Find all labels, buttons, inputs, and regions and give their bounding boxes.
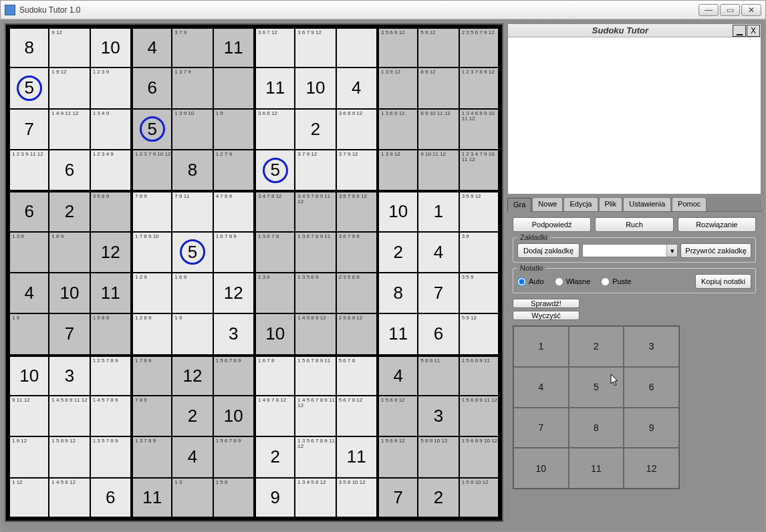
cell-r9-c8[interactable]: 5 6 7 8 12: [336, 396, 377, 436]
tab-edycja[interactable]: Edycja: [563, 197, 598, 211]
cell-r2-c6[interactable]: 3 6 8 12: [254, 109, 295, 150]
cell-r1-c8[interactable]: 4: [336, 68, 377, 108]
cell-r4-c1[interactable]: 2: [49, 190, 90, 231]
cell-r0-c10[interactable]: 5 9 12: [418, 27, 459, 68]
cell-r4-c5[interactable]: 4 7 8 9: [213, 190, 254, 231]
cell-r3-c7[interactable]: 3 7 9 12: [295, 150, 336, 190]
cell-r2-c2[interactable]: 1 3 4 9: [90, 109, 131, 150]
cell-r8-c8[interactable]: 5 6 7 8: [336, 355, 377, 396]
tab-gra[interactable]: Gra: [507, 198, 531, 212]
radio-own[interactable]: Własne: [555, 277, 591, 286]
cell-r3-c8[interactable]: 3 7 9 12: [336, 150, 377, 190]
cell-r10-c4[interactable]: 4: [172, 436, 213, 477]
cell-r5-c5[interactable]: 1 6 7 8 9: [213, 232, 254, 273]
radio-empty[interactable]: Puste: [601, 277, 631, 286]
cell-r5-c4[interactable]: 5: [172, 232, 213, 273]
cell-r1-c5[interactable]: [213, 68, 254, 108]
cell-r11-c9[interactable]: 7: [377, 478, 418, 519]
cell-r7-c9[interactable]: 11: [377, 313, 418, 354]
cell-r2-c7[interactable]: 2: [295, 109, 336, 150]
cell-r1-c7[interactable]: 10: [295, 68, 336, 108]
cell-r4-c9[interactable]: 10: [377, 190, 418, 231]
cell-r9-c4[interactable]: 2: [172, 396, 213, 436]
numkey-10[interactable]: 10: [513, 448, 569, 489]
cell-r6-c11[interactable]: 3 5 9: [459, 273, 500, 313]
cell-r3-c6[interactable]: 5: [254, 150, 295, 190]
cell-r2-c8[interactable]: 3 6 8 9 12: [336, 109, 377, 150]
cell-r9-c5[interactable]: 10: [213, 396, 254, 436]
cell-r3-c1[interactable]: 6: [49, 150, 90, 190]
cell-r10-c9[interactable]: 1 5 6 9 12: [377, 436, 418, 477]
cell-r9-c9[interactable]: 1 5 6 9 12: [377, 396, 418, 436]
cell-r11-c0[interactable]: 1 12: [8, 478, 49, 519]
cell-r11-c11[interactable]: 1 5 8 10 12: [459, 478, 500, 519]
cell-r4-c11[interactable]: 3 5 9 12: [459, 190, 500, 231]
tab-ustawienia[interactable]: Ustawienia: [623, 197, 671, 211]
cell-r8-c10[interactable]: 5 8 9 11: [418, 355, 459, 396]
cell-r5-c11[interactable]: 3 9: [459, 232, 500, 273]
cell-r1-c6[interactable]: 11: [254, 68, 295, 108]
cell-r10-c10[interactable]: 5 8 9 10 12: [418, 436, 459, 477]
cell-r3-c10[interactable]: 9 10 11 12: [418, 150, 459, 190]
cell-r0-c11[interactable]: 2 3 5 6 7 9 12: [459, 27, 500, 68]
cell-r10-c1[interactable]: 1 5 8 9 12: [49, 436, 90, 477]
check-button[interactable]: Sprawdź!: [513, 299, 580, 308]
cell-r8-c6[interactable]: 1 6 7 8: [254, 355, 295, 396]
cell-r1-c4[interactable]: 1 3 7 9: [172, 68, 213, 108]
cell-r0-c4[interactable]: 3 7 9: [172, 27, 213, 68]
numkey-4[interactable]: 4: [513, 367, 569, 408]
cell-r8-c0[interactable]: 10: [8, 355, 49, 396]
cell-r6-c7[interactable]: 1 3 5 6 9: [295, 273, 336, 313]
cell-r10-c0[interactable]: 1 9 12: [8, 436, 49, 477]
restore-bookmark-button[interactable]: Przywróć zakładkę: [680, 243, 751, 258]
cell-r7-c7[interactable]: 1 4 5 8 9 12: [295, 313, 336, 354]
cell-r6-c10[interactable]: 7: [418, 273, 459, 313]
tab-nowe[interactable]: Nowe: [532, 197, 563, 211]
close-button[interactable]: ✕: [741, 4, 761, 16]
cell-r0-c1[interactable]: 9 12: [49, 27, 90, 68]
cell-r4-c0[interactable]: 6: [8, 190, 49, 231]
cell-r8-c4[interactable]: 12: [172, 355, 213, 396]
cell-r6-c6[interactable]: 1 3 6: [254, 273, 295, 313]
add-bookmark-button[interactable]: Dodaj zakładkę: [517, 243, 580, 258]
cell-r7-c8[interactable]: 2 5 8 9 12: [336, 313, 377, 354]
cell-r0-c5[interactable]: 11: [213, 27, 254, 68]
cell-r10-c3[interactable]: 1 3 7 8 9: [131, 436, 172, 477]
panel-close-button[interactable]: X: [747, 25, 760, 37]
cell-r5-c1[interactable]: 1 8 9: [49, 232, 90, 273]
cell-r7-c2[interactable]: 1 5 8 9: [90, 313, 131, 354]
cell-r0-c0[interactable]: 8: [8, 27, 49, 68]
cell-r5-c2[interactable]: 12: [90, 232, 131, 273]
numkey-2[interactable]: 2: [569, 326, 624, 367]
cell-r7-c5[interactable]: 3: [213, 313, 254, 354]
cell-r10-c5[interactable]: 1 5 6 7 8 9: [213, 436, 254, 477]
cell-r7-c10[interactable]: 6: [418, 313, 459, 354]
numkey-9[interactable]: 9: [624, 408, 679, 448]
cell-r4-c4[interactable]: 7 9 11: [172, 190, 213, 231]
cell-r8-c5[interactable]: 1 5 6 7 8 9: [213, 355, 254, 396]
cell-r8-c1[interactable]: 3: [49, 355, 90, 396]
cell-r6-c1[interactable]: 10: [49, 273, 90, 313]
cell-r8-c7[interactable]: 1 5 6 7 8 9 11: [295, 355, 336, 396]
cell-r1-c10[interactable]: 8 9 12: [418, 68, 459, 108]
cell-r3-c3[interactable]: 1 2 3 7 9 10 12: [131, 150, 172, 190]
cell-r1-c0[interactable]: 5: [8, 68, 49, 108]
cell-r0-c7[interactable]: 3 6 7 9 12: [295, 27, 336, 68]
cell-r2-c4[interactable]: 1 3 9 10: [172, 109, 213, 150]
cell-r10-c8[interactable]: 11: [336, 436, 377, 477]
cell-r7-c3[interactable]: 1 2 8 9: [131, 313, 172, 354]
cell-r4-c7[interactable]: 3 4 5 7 8 9 11 12: [295, 190, 336, 231]
numkey-3[interactable]: 3: [624, 326, 679, 367]
cell-r5-c8[interactable]: 3 6 7 8 9: [336, 232, 377, 273]
cell-r8-c11[interactable]: 1 5 6 8 9 11: [459, 355, 500, 396]
cell-r3-c11[interactable]: 1 2 3 4 7 9 10 11 12: [459, 150, 500, 190]
cell-r3-c2[interactable]: 1 2 3 4 9: [90, 150, 131, 190]
maximize-button[interactable]: ▭: [720, 4, 740, 16]
panel-minimize-icon[interactable]: ▁: [733, 25, 746, 37]
cell-r11-c6[interactable]: 9: [254, 478, 295, 519]
cell-r6-c0[interactable]: 4: [8, 273, 49, 313]
cell-r9-c0[interactable]: 9 11 12: [8, 396, 49, 436]
cell-r6-c8[interactable]: 2 3 5 6 9: [336, 273, 377, 313]
cell-r4-c2[interactable]: 3 5 8 9: [90, 190, 131, 231]
cell-r9-c6[interactable]: 1 4 6 7 8 12: [254, 396, 295, 436]
